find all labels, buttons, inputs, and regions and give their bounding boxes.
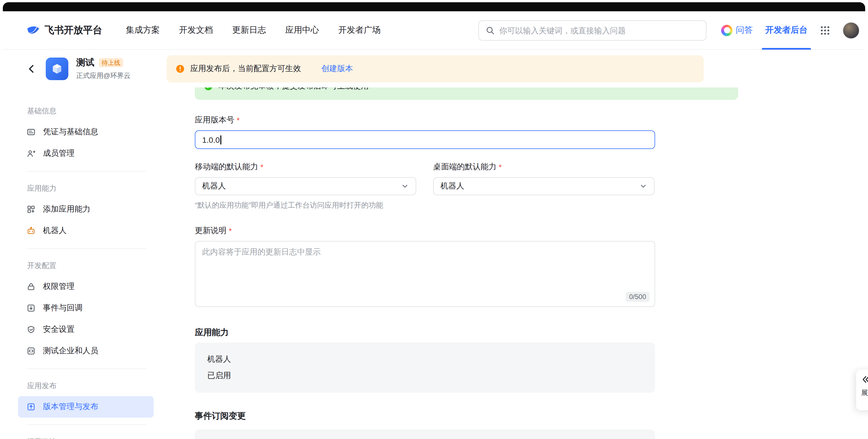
publish-icon: [27, 402, 36, 411]
sidebar-item-label: 事件与回调: [43, 303, 83, 313]
shield-icon: [27, 325, 36, 334]
robot-icon: [27, 226, 36, 235]
field-label-text: 桌面端的默认能力: [433, 162, 496, 172]
app-meta: 测试 待上线 正式应用@环界云: [76, 57, 144, 80]
sidebar-divider: [27, 368, 147, 369]
select-value: 机器人: [202, 181, 226, 191]
sidebar-section-monitoring: 运营监控: [18, 432, 154, 439]
success-banner: 本次发布免审核，提交发布后即可上线使用: [195, 88, 738, 100]
capability-section-title: 应用能力: [195, 327, 865, 339]
status-badge: 待上线: [99, 58, 123, 67]
event-callback-icon: [27, 304, 36, 313]
mobile-capability-select[interactable]: 机器人: [195, 177, 416, 195]
apps-grid-icon[interactable]: [820, 25, 830, 35]
capability-name: 机器人: [207, 354, 643, 365]
console-label: 开发者后台: [765, 25, 808, 36]
header-right: 问答 开发者后台: [721, 11, 860, 49]
char-counter: 0/500: [626, 292, 649, 302]
main-content: 本次发布免审核，提交发布后即可上线使用 应用版本号 * 1.0.0 移动端的默认…: [154, 88, 865, 439]
lock-icon: [27, 282, 36, 291]
version-field-label: 应用版本号 *: [195, 114, 865, 126]
sidebar-item-label: 测试企业和人员: [43, 346, 98, 356]
sidebar-item-bot[interactable]: 机器人: [18, 220, 154, 241]
nav-item-integration[interactable]: 集成方案: [126, 25, 160, 36]
version-input-value: 1.0.0: [202, 135, 220, 144]
sidebar-item-permissions[interactable]: 权限管理: [18, 276, 154, 297]
sidebar-item-label: 机器人: [43, 226, 67, 236]
sidebar: 基础信息 凭证与基础信息 成员管理: [18, 88, 154, 439]
chevron-down-icon: [639, 182, 647, 190]
desktop-capability-label: 桌面端的默认能力 *: [433, 161, 654, 173]
qa-entry[interactable]: 问答: [721, 25, 753, 36]
screen: 飞书开放平台 集成方案 开发文档 更新日志 应用中心 开发者广场: [0, 0, 868, 439]
window-titlebar: [3, 2, 865, 11]
app-bar: 测试 待上线 正式应用@环界云 应用发布后，当前配置方可生效 创建版本: [3, 49, 865, 88]
search-box[interactable]: [478, 20, 707, 40]
mobile-capability-label: 移动端的默认能力 *: [195, 161, 416, 173]
search-icon: [486, 26, 495, 35]
sidebar-item-label: 版本管理与发布: [43, 402, 98, 412]
expand-panel-label: 展开: [861, 388, 868, 398]
required-asterisk: *: [499, 163, 502, 172]
required-asterisk: *: [229, 226, 232, 235]
tab-developer-console[interactable]: 开发者后台: [765, 11, 808, 49]
active-tab-indicator: [762, 48, 811, 49]
update-notes-field: 0/500: [195, 241, 655, 307]
warning-text: 应用发布后，当前配置方可生效: [190, 64, 301, 74]
create-version-link[interactable]: 创建版本: [321, 64, 353, 74]
sidebar-item-add-capability[interactable]: 添加应用能力: [18, 199, 154, 220]
search-input[interactable]: [499, 26, 699, 35]
sidebar-item-version-release[interactable]: 版本管理与发布: [18, 396, 154, 417]
event-subscription-box: [195, 430, 655, 439]
sidebar-item-events[interactable]: 事件与回调: [18, 297, 154, 319]
sidebar-item-members[interactable]: 成员管理: [18, 143, 154, 164]
main-nav: 集成方案 开发文档 更新日志 应用中心 开发者广场: [126, 25, 381, 36]
page-body: 基础信息 凭证与基础信息 成员管理: [3, 88, 865, 439]
publish-warning-banner: 应用发布后，当前配置方可生效 创建版本: [166, 55, 704, 82]
nav-item-docs[interactable]: 开发文档: [179, 25, 213, 36]
nav-item-dev-plaza[interactable]: 开发者广场: [338, 25, 381, 36]
desktop-capability-select[interactable]: 机器人: [433, 177, 654, 195]
update-notes-label: 更新说明 *: [195, 225, 865, 236]
sidebar-item-label: 成员管理: [43, 148, 74, 159]
sidebar-section-release: 应用发布: [18, 376, 154, 396]
capability-status: 已启用: [207, 371, 643, 381]
version-input[interactable]: 1.0.0: [195, 130, 655, 149]
qa-label: 问答: [736, 25, 753, 36]
app-subtitle: 正式应用@环界云: [76, 71, 144, 80]
user-avatar[interactable]: [843, 22, 860, 39]
field-label-text: 更新说明: [195, 226, 226, 236]
members-icon: [27, 149, 36, 158]
sidebar-item-credentials[interactable]: 凭证与基础信息: [18, 121, 154, 143]
sidebar-item-label: 权限管理: [43, 281, 74, 292]
double-chevron-left-icon: [861, 375, 868, 384]
brand-title: 飞书开放平台: [44, 24, 102, 37]
capability-summary-box: 机器人 已启用: [195, 342, 655, 393]
sidebar-divider: [27, 248, 147, 249]
success-banner-clip: 本次发布免审核，提交发布后即可上线使用: [195, 88, 738, 100]
chevron-down-icon: [401, 182, 409, 190]
text-cursor: [220, 135, 221, 144]
expand-panel[interactable]: 展开: [856, 370, 868, 410]
warning-icon: [176, 64, 185, 73]
update-notes-textarea[interactable]: [195, 241, 654, 306]
back-button[interactable]: [27, 64, 37, 74]
app-name: 测试: [76, 57, 94, 69]
success-banner-text: 本次发布免审核，提交发布后即可上线使用: [219, 88, 369, 92]
nav-item-changelog[interactable]: 更新日志: [232, 25, 266, 36]
success-check-icon: [204, 88, 213, 91]
top-header: 飞书开放平台 集成方案 开发文档 更新日志 应用中心 开发者广场: [3, 11, 865, 49]
sidebar-divider: [27, 424, 147, 425]
capability-hint: “默认的应用功能”即用户通过工作台访问应用时打开的功能: [195, 200, 865, 210]
sidebar-section-dev-config: 开发配置: [18, 256, 154, 276]
sidebar-item-test-users[interactable]: 测试企业和人员: [18, 340, 154, 362]
nav-item-app-center[interactable]: 应用中心: [285, 25, 319, 36]
app-window: 飞书开放平台 集成方案 开发文档 更新日志 应用中心 开发者广场: [3, 11, 865, 439]
sidebar-divider: [27, 171, 147, 172]
sidebar-item-security[interactable]: 安全设置: [18, 319, 154, 340]
sidebar-item-label: 凭证与基础信息: [43, 127, 98, 137]
sidebar-section-basic-info: 基础信息: [18, 101, 154, 121]
brand[interactable]: 飞书开放平台: [25, 23, 102, 37]
qa-ring-icon: [721, 25, 733, 36]
required-asterisk: *: [237, 116, 240, 125]
